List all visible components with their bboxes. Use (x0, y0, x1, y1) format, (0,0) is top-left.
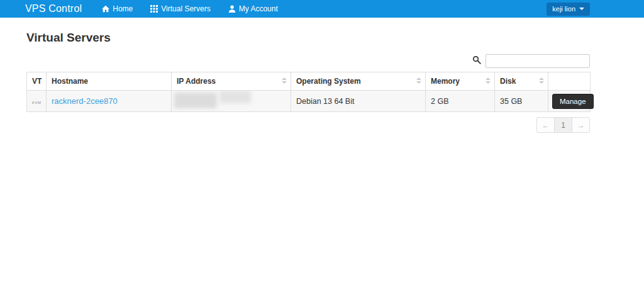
actions-cell: Manage (548, 91, 591, 112)
pagination-page-1-button[interactable]: 1 (554, 117, 572, 133)
sort-icon[interactable] (539, 77, 544, 85)
redaction-blur (219, 91, 251, 103)
table-header-row: VT Hostname IP Address Operating System … (27, 72, 591, 91)
kvm-virtualization-label: KVM (32, 101, 42, 105)
pagination-next-button[interactable]: → (572, 117, 590, 133)
ip-address-cell-redacted (172, 91, 291, 112)
search-input[interactable] (486, 54, 590, 68)
manage-button[interactable]: Manage (552, 94, 594, 109)
disk-cell: 35 GB (495, 91, 548, 112)
search-row (26, 54, 590, 68)
nav-item-label: Home (113, 4, 133, 13)
hostname-cell: racknerd-2cee870 (47, 91, 172, 112)
nav-item-label: My Account (239, 4, 278, 13)
table-row: KVM racknerd-2cee870 Debian 13 64 Bit 2 … (27, 91, 591, 112)
nav-item-my-account[interactable]: My Account (228, 4, 278, 13)
memory-cell: 2 GB (426, 91, 495, 112)
hostname-link[interactable]: racknerd-2cee870 (52, 96, 118, 106)
nav-item-virtual-servers[interactable]: Virtual Servers (150, 4, 210, 13)
column-header-hostname: Hostname (47, 72, 172, 91)
nav-item-home[interactable]: Home (102, 4, 133, 13)
sort-icon[interactable] (282, 77, 287, 85)
nav-item-label: Virtual Servers (161, 4, 210, 13)
search-icon (472, 55, 481, 67)
sort-icon[interactable] (486, 77, 491, 85)
person-icon (228, 5, 236, 13)
sort-icon[interactable] (416, 77, 421, 85)
caret-down-icon (579, 8, 584, 10)
grid-icon (150, 5, 158, 13)
page-title: Virtual Servers (26, 31, 590, 45)
column-header-memory[interactable]: Memory (426, 72, 495, 91)
main-content: Virtual Servers VT Hostname IP Address O… (26, 31, 590, 133)
virtual-servers-table: VT Hostname IP Address Operating System … (26, 72, 591, 112)
column-header-vt: VT (27, 72, 47, 91)
top-navbar: VPS Control Home Virtual Servers My Acco… (0, 0, 644, 18)
pagination: ← 1 → (26, 117, 590, 133)
operating-system-cell: Debian 13 64 Bit (291, 91, 426, 112)
column-header-operating-system[interactable]: Operating System (291, 72, 426, 91)
redaction-blur (174, 93, 217, 108)
home-icon (102, 5, 109, 13)
vt-cell: KVM (27, 91, 47, 112)
pagination-prev-button[interactable]: ← (536, 117, 555, 133)
brand-title[interactable]: VPS Control (25, 3, 82, 14)
user-menu-button[interactable]: keji lion (547, 3, 590, 16)
user-menu-label: keji lion (552, 5, 575, 13)
column-header-disk[interactable]: Disk (495, 72, 548, 91)
column-header-ip-address[interactable]: IP Address (172, 72, 291, 91)
column-header-actions (548, 72, 591, 91)
